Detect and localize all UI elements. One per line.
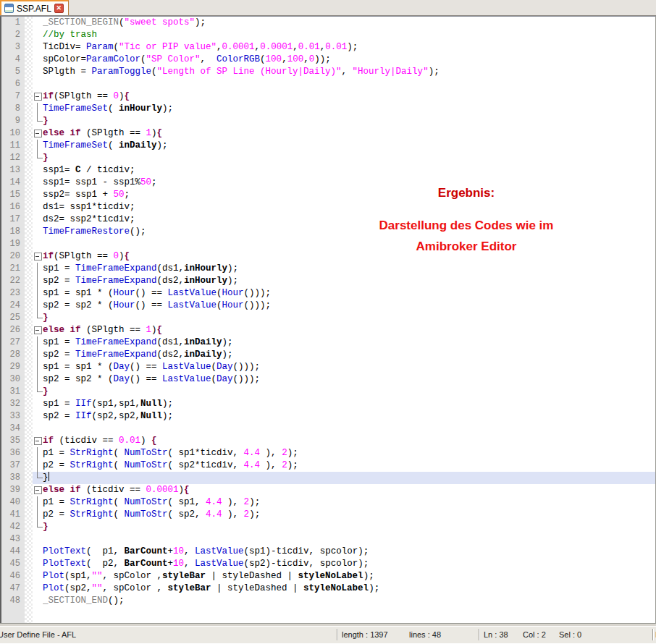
code-line-14[interactable]: 14ssp1= ssp1 - ssp1%50; (1, 177, 655, 189)
code-line-8[interactable]: 8TimeFrameSet( inHourly); (1, 103, 655, 115)
bookmark-margin[interactable] (25, 29, 33, 41)
code-editor[interactable]: 1_SECTION_BEGIN("sweet spots");2//by tra… (0, 16, 656, 623)
bookmark-margin[interactable] (25, 435, 33, 447)
bookmark-margin[interactable] (25, 103, 33, 115)
bookmark-margin[interactable] (25, 361, 33, 373)
code-line-9[interactable]: 9} (1, 115, 655, 127)
code-line-30[interactable]: 30sp2 = sp2 * (Day() == LastValue(Day())… (1, 373, 655, 386)
code-line-48[interactable]: 48_SECTION_END(); (1, 595, 655, 607)
code-line-32[interactable]: 32sp1 = IIf(sp1,sp1,Null); (1, 398, 655, 410)
code-line-35[interactable]: 35if (ticdiv == 0.01) { (1, 435, 655, 447)
bookmark-margin[interactable] (25, 238, 33, 250)
bookmark-margin[interactable] (25, 546, 33, 558)
bookmark-margin[interactable] (25, 496, 33, 509)
fold-collapse-icon[interactable] (33, 90, 43, 103)
bookmark-margin[interactable] (25, 41, 33, 54)
bookmark-margin[interactable] (25, 582, 33, 595)
bookmark-margin[interactable] (25, 447, 33, 459)
bookmark-margin[interactable] (25, 324, 33, 336)
code-line-31[interactable]: 31} (1, 386, 655, 398)
code-line-19[interactable]: 19 (1, 238, 655, 250)
bookmark-margin[interactable] (25, 336, 33, 349)
fold-collapse-icon[interactable] (33, 484, 43, 496)
bookmark-margin[interactable] (25, 410, 33, 423)
code-line-41[interactable]: 41p2 = StrRight( NumToStr( sp2, 4.4 ), 2… (1, 509, 655, 521)
code-line-24[interactable]: 24sp2 = sp2 * (Hour() == LastValue(Hour(… (1, 300, 655, 312)
code-line-46[interactable]: 46Plot(sp1,"", spColor ,styleBar | style… (1, 570, 655, 582)
bookmark-margin[interactable] (25, 152, 33, 164)
bookmark-margin[interactable] (25, 386, 33, 398)
bookmark-margin[interactable] (25, 177, 33, 189)
code-line-12[interactable]: 12} (1, 152, 655, 164)
code-line-34[interactable]: 34 (1, 423, 655, 435)
code-line-17[interactable]: 17ds2= ssp2*ticdiv; (1, 213, 655, 226)
code-line-27[interactable]: 27sp1 = TimeFrameExpand(ds1,inDaily); (1, 336, 655, 349)
bookmark-margin[interactable] (25, 287, 33, 300)
close-tab-icon[interactable]: ✕ (54, 4, 64, 13)
code-line-3[interactable]: 3TicDiv= Param("Tic or PIP value",0.0001… (1, 41, 655, 54)
code-line-21[interactable]: 21sp1 = TimeFrameExpand(ds1,inHourly); (1, 263, 655, 275)
code-line-23[interactable]: 23sp1 = sp1 * (Hour() == LastValue(Hour(… (1, 287, 655, 300)
code-line-13[interactable]: 13ssp1= C / ticdiv; (1, 164, 655, 177)
code-line-40[interactable]: 40p1 = StrRight( NumToStr( sp1, 4.4 ), 2… (1, 496, 655, 509)
code-line-28[interactable]: 28sp2 = TimeFrameExpand(ds2,inDaily); (1, 349, 655, 361)
bookmark-margin[interactable] (25, 595, 33, 607)
code-line-45[interactable]: 45PlotText( p2, BarCount+10, LastValue(s… (1, 558, 655, 570)
code-line-15[interactable]: 15ssp2= ssp1 + 50; (1, 189, 655, 201)
code-line-44[interactable]: 44PlotText( p1, BarCount+10, LastValue(s… (1, 546, 655, 558)
fold-collapse-icon[interactable] (33, 127, 43, 140)
bookmark-margin[interactable] (25, 349, 33, 361)
code-line-33[interactable]: 33sp2 = IIf(sp2,sp2,Null); (1, 410, 655, 423)
fold-collapse-icon[interactable] (33, 435, 43, 447)
bookmark-margin[interactable] (25, 226, 33, 238)
code-line-26[interactable]: 26else if (SPlgth == 1){ (1, 324, 655, 336)
bookmark-margin[interactable] (25, 213, 33, 226)
bookmark-margin[interactable] (25, 54, 33, 66)
code-line-20[interactable]: 20if(SPlgth == 0){ (1, 250, 655, 263)
code-line-6[interactable]: 6 (1, 78, 655, 90)
bookmark-margin[interactable] (25, 164, 33, 177)
bookmark-margin[interactable] (25, 17, 33, 29)
bookmark-margin[interactable] (25, 140, 33, 152)
bookmark-margin[interactable] (25, 472, 33, 484)
bookmark-margin[interactable] (25, 275, 33, 287)
code-line-2[interactable]: 2//by trash (1, 29, 655, 41)
code-line-18[interactable]: 18TimeFrameRestore(); (1, 226, 655, 238)
code-line-10[interactable]: 10else if (SPlgth == 1){ (1, 127, 655, 140)
bookmark-margin[interactable] (25, 115, 33, 127)
code-line-16[interactable]: 16ds1= ssp1*ticdiv; (1, 201, 655, 213)
bookmark-margin[interactable] (25, 558, 33, 570)
bookmark-margin[interactable] (25, 300, 33, 312)
code-line-29[interactable]: 29sp1 = sp1 * (Day() == LastValue(Day())… (1, 361, 655, 373)
code-line-25[interactable]: 25} (1, 312, 655, 324)
bookmark-margin[interactable] (25, 189, 33, 201)
bookmark-margin[interactable] (25, 78, 33, 90)
bookmark-margin[interactable] (25, 263, 33, 275)
tab-ssp-afl[interactable]: SSP.AFL ✕ (0, 0, 69, 15)
bookmark-margin[interactable] (25, 459, 33, 472)
bookmark-margin[interactable] (25, 570, 33, 582)
code-line-36[interactable]: 36p1 = StrRight( NumToStr( sp1*ticdiv, 4… (1, 447, 655, 459)
code-line-22[interactable]: 22sp2 = TimeFrameExpand(ds2,inHourly); (1, 275, 655, 287)
bookmark-margin[interactable] (25, 127, 33, 140)
bookmark-margin[interactable] (25, 484, 33, 496)
bookmark-margin[interactable] (25, 250, 33, 263)
code-line-1[interactable]: 1_SECTION_BEGIN("sweet spots"); (1, 17, 655, 29)
code-line-4[interactable]: 4spColor=ParamColor("SP Color", ColorRGB… (1, 54, 655, 66)
code-line-5[interactable]: 5SPlgth = ParamToggle("Length of SP Line… (1, 66, 655, 78)
code-line-38[interactable]: 38} (1, 472, 655, 484)
bookmark-margin[interactable] (25, 90, 33, 103)
code-line-7[interactable]: 7if(SPlgth == 0){ (1, 90, 655, 103)
code-line-39[interactable]: 39else if (ticdiv == 0.0001){ (1, 484, 655, 496)
fold-collapse-icon[interactable] (33, 250, 43, 263)
bookmark-margin[interactable] (25, 201, 33, 213)
bookmark-margin[interactable] (25, 312, 33, 324)
code-line-42[interactable]: 42} (1, 521, 655, 533)
code-line-47[interactable]: 47Plot(sp2,"", spColor , styleBar | styl… (1, 582, 655, 595)
bookmark-margin[interactable] (25, 373, 33, 386)
bookmark-margin[interactable] (25, 521, 33, 533)
code-line-37[interactable]: 37p2 = StrRight( NumToStr( sp2*ticdiv, 4… (1, 459, 655, 472)
bookmark-margin[interactable] (25, 423, 33, 435)
fold-collapse-icon[interactable] (33, 324, 43, 336)
bookmark-margin[interactable] (25, 66, 33, 78)
